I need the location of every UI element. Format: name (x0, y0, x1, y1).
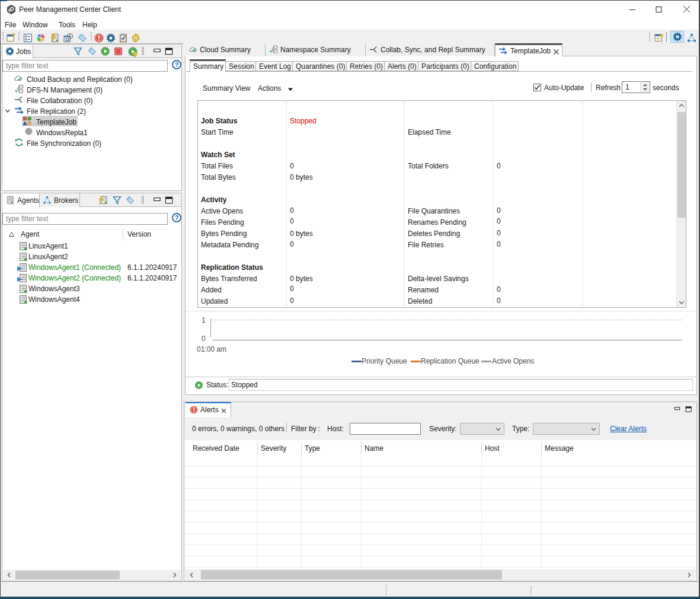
svg-text:12: 12 (65, 37, 70, 42)
